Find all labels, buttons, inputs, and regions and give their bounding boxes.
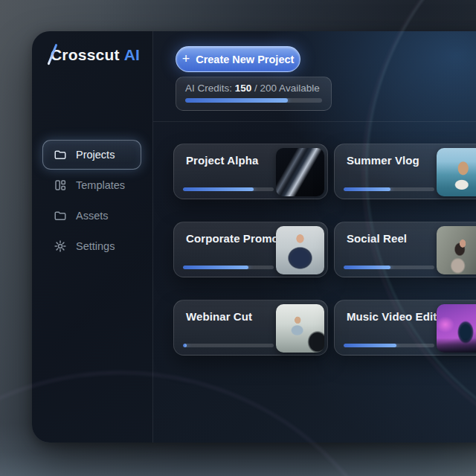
plus-icon: + <box>182 52 190 65</box>
brand-name: Crosscut <box>51 46 120 64</box>
sidebar-item-label: Assets <box>76 210 109 222</box>
gear-icon <box>54 239 67 253</box>
app-logo: CrosscutAI <box>51 46 140 64</box>
sidebar-item-label: Settings <box>76 240 115 252</box>
sidebar-item-label: Projects <box>76 149 115 161</box>
project-card[interactable]: Social Reel <box>334 222 476 277</box>
project-title: Project Alpha <box>186 154 258 167</box>
project-thumbnail <box>437 226 476 274</box>
sidebar-item-label: Templates <box>76 179 125 191</box>
credits-progress-fill <box>185 98 288 103</box>
templates-icon <box>54 178 67 192</box>
project-thumbnail <box>437 304 476 353</box>
project-progress-bar <box>344 266 434 269</box>
sidebar-nav: Projects Templates Asset <box>42 140 141 262</box>
project-progress-bar <box>183 187 274 191</box>
project-thumbnail <box>276 304 324 353</box>
ai-credits-text: AI Credits: 150 / 200 Available <box>185 83 322 94</box>
project-thumbnail <box>276 226 324 274</box>
sidebar: CrosscutAI Projects <box>32 31 152 443</box>
project-card[interactable]: Corporate Promo <box>173 222 328 277</box>
header-divider <box>153 121 476 122</box>
sidebar-item-settings[interactable]: Settings <box>42 231 141 261</box>
project-card[interactable]: Project Alpha <box>173 144 328 199</box>
project-progress-bar <box>344 344 434 347</box>
ai-credits-widget: AI Credits: 150 / 200 Available <box>176 77 332 111</box>
create-button-label: Create New Project <box>196 54 294 65</box>
project-card[interactable]: Music Video Edit <box>334 300 476 356</box>
project-progress-bar <box>183 266 274 269</box>
credits-total: 200 <box>260 83 277 94</box>
project-title: Summer Vlog <box>347 154 419 167</box>
credits-progress-bar <box>185 98 322 103</box>
project-title: Social Reel <box>347 232 407 245</box>
sidebar-item-assets[interactable]: Assets <box>42 201 141 231</box>
folder-icon <box>54 209 67 222</box>
project-card[interactable]: Webinar Cut <box>173 300 328 356</box>
sidebar-item-templates[interactable]: Templates <box>42 170 141 200</box>
sidebar-divider <box>152 31 153 443</box>
folder-icon <box>54 148 67 161</box>
sidebar-item-projects[interactable]: Projects <box>42 140 141 170</box>
project-thumbnail <box>276 148 324 196</box>
project-title: Webinar Cut <box>186 310 252 323</box>
credits-used: 150 <box>235 83 252 94</box>
brand-suffix: AI <box>124 46 140 63</box>
project-progress-bar <box>183 344 274 347</box>
projects-grid: Project Alpha Summer Vlog Corporate Prom… <box>173 144 476 356</box>
project-title: Corporate Promo <box>186 232 279 245</box>
app-window: CrosscutAI Projects <box>32 31 476 443</box>
project-title: Music Video Edit <box>347 310 437 323</box>
project-card[interactable]: Summer Vlog <box>334 144 476 199</box>
project-progress-bar <box>344 187 434 191</box>
create-new-project-button[interactable]: + Create New Project <box>176 46 300 72</box>
project-thumbnail <box>437 148 476 196</box>
